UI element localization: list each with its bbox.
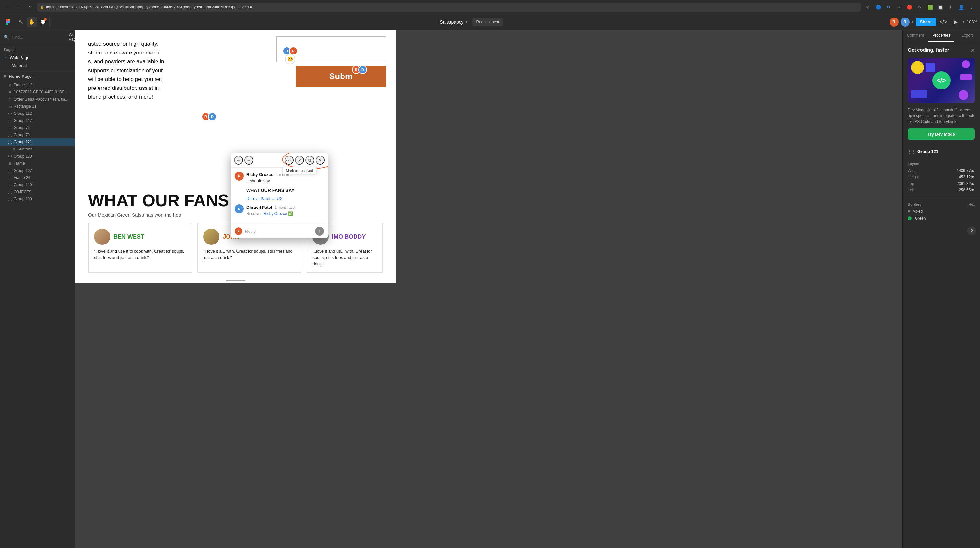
url-text: figma.com/design/t1KXjF73iWFxVvU3HQ7w1u/… bbox=[46, 5, 252, 10]
layer-img[interactable]: ▦ 1C572F12-CBC0-44F0-91DB-... bbox=[0, 89, 75, 96]
mark-resolved-button[interactable]: ✓ bbox=[295, 156, 304, 165]
page-item-webpage[interactable]: ✓ Web Page bbox=[0, 54, 75, 62]
address-bar[interactable]: 🔒 figma.com/design/t1KXjF73iWFxVvU3HQ7w1… bbox=[37, 3, 861, 12]
code-view-button[interactable]: </> bbox=[938, 17, 948, 27]
ext-8[interactable]: ⬇ bbox=[946, 3, 955, 12]
cursor-rd-top: R D bbox=[202, 113, 216, 121]
back-button[interactable]: ← bbox=[4, 3, 12, 11]
home-page-item[interactable]: ⊞ Home Page bbox=[0, 71, 75, 81]
layer-group-122[interactable]: ⋮⋮ Group 122 bbox=[0, 110, 75, 117]
submit-button[interactable]: Subm bbox=[296, 65, 386, 87]
star-button[interactable]: ☆ bbox=[863, 3, 872, 12]
dev-mode-close-button[interactable]: ✕ bbox=[970, 47, 975, 54]
ext-9[interactable]: 👤 bbox=[957, 3, 966, 12]
canvas-area[interactable]: usted source for high quality, sform and… bbox=[75, 30, 902, 548]
sidebar-header: 🔍 Web Page ▾ bbox=[0, 30, 75, 45]
comment-next-button[interactable]: → bbox=[244, 156, 253, 165]
avatar-r2[interactable]: R bbox=[900, 18, 910, 27]
deco-purple-rect bbox=[960, 74, 972, 80]
play-button[interactable]: ▶ bbox=[950, 17, 961, 27]
toolbar-right: R R ▾ Share </> ▶ ▾ 103% bbox=[889, 17, 977, 27]
layer-group-79[interactable]: ⋮⋮ Group 79 bbox=[0, 131, 75, 139]
share-button[interactable]: Share bbox=[915, 18, 936, 26]
height-label: Height bbox=[908, 175, 919, 179]
comment-panel-header: ← → ··· ✓ Mark as resolved ⧉ bbox=[231, 153, 328, 168]
page-selector[interactable]: Web Page ▾ bbox=[69, 32, 75, 41]
tab-properties[interactable]: Properties bbox=[929, 30, 955, 41]
ext-3[interactable]: U bbox=[894, 3, 904, 12]
layer-frame[interactable]: ⊞ Frame bbox=[0, 160, 75, 167]
search-input[interactable] bbox=[12, 35, 66, 40]
borders-header-row: Borders Hex bbox=[908, 202, 975, 206]
copy-link-button[interactable]: ⧉ bbox=[305, 156, 314, 165]
property-width: Width 1489.77px bbox=[908, 168, 975, 173]
avatar-r1[interactable]: R bbox=[889, 18, 899, 27]
ext-1[interactable]: 🔵 bbox=[874, 3, 883, 12]
mark-resolved-tooltip: Mark as resolved bbox=[282, 167, 317, 174]
close-comment-button[interactable]: ✕ bbox=[316, 156, 325, 165]
layer-subtract[interactable]: ⊟ Subtract bbox=[0, 146, 75, 153]
group-indicator-icon: ⋮⋮ bbox=[908, 150, 915, 154]
scroll-indicator bbox=[226, 280, 245, 282]
layer-group-75[interactable]: ⋮⋮ Group 75 bbox=[0, 124, 75, 131]
deco-blue2 bbox=[911, 90, 927, 98]
image-icon: ▦ bbox=[8, 90, 12, 94]
layer-group-119[interactable]: ⋮⋮ Group 119 bbox=[0, 181, 75, 188]
ext-5[interactable]: S bbox=[915, 3, 924, 12]
try-dev-mode-button[interactable]: Try Dev Mode bbox=[908, 128, 975, 140]
layer-objects[interactable]: ⋮⋮ OBJECTS bbox=[0, 188, 75, 196]
play-chevron[interactable]: ▾ bbox=[963, 20, 965, 24]
comment-prev-button[interactable]: ← bbox=[234, 156, 243, 165]
dev-mode-header: Get coding, faster ✕ bbox=[908, 47, 975, 54]
project-name-button[interactable]: Salsapapoy ▾ bbox=[437, 18, 469, 26]
comment-tool[interactable]: 💬 bbox=[38, 17, 48, 27]
ext-2[interactable]: D bbox=[884, 3, 893, 12]
comment-author-1: Richy Orozco bbox=[246, 172, 274, 177]
help-button[interactable]: ? bbox=[967, 226, 976, 236]
select-tool[interactable]: ↖ bbox=[16, 17, 26, 27]
layer-group-107[interactable]: ⋮⋮ Group 107 bbox=[0, 167, 75, 174]
pages-section: Pages ✓ Web Page Material bbox=[0, 45, 75, 71]
sticker-icon: 😊 bbox=[285, 54, 295, 64]
layer-group-120[interactable]: ⋮⋮ Group 120 bbox=[0, 153, 75, 160]
border-green-label: Green bbox=[915, 216, 926, 220]
tab-comment[interactable]: Comment bbox=[902, 30, 929, 41]
comment-menu-button[interactable]: ··· bbox=[285, 156, 294, 165]
reply-avatar: R bbox=[235, 227, 242, 235]
ext-6[interactable]: 🟩 bbox=[926, 3, 935, 12]
request-sent-button[interactable]: Request sent bbox=[473, 18, 503, 26]
forward-button[interactable]: → bbox=[15, 3, 23, 11]
figma-logo[interactable] bbox=[3, 17, 13, 27]
page-item-material[interactable]: Material bbox=[0, 62, 75, 70]
mention-dhruvil: Dhruvil Patel bbox=[246, 196, 270, 201]
more-button[interactable]: ⋮ bbox=[967, 3, 976, 12]
text-block: usted source for high quality, sform and… bbox=[88, 40, 218, 101]
send-reply-button[interactable]: ↑ bbox=[315, 227, 324, 236]
layer-frame-26[interactable]: ||| Frame 26 bbox=[0, 174, 75, 181]
subtract-icon: ⊟ bbox=[12, 147, 16, 151]
layer-order-text[interactable]: T Order Salsa Papoy's fresh, fla... bbox=[0, 96, 75, 103]
ext-4[interactable]: 🔴 bbox=[905, 3, 914, 12]
dev-mode-preview: </> bbox=[908, 58, 975, 103]
layer-group-117[interactable]: ⋮⋮ Group 117 bbox=[0, 117, 75, 124]
layer-group-121[interactable]: ⋮⋮ Group 121 bbox=[0, 139, 75, 146]
comment-content-2: Dhruvil Patel 1 month ago Resolved Richy… bbox=[246, 204, 324, 216]
reply-input[interactable] bbox=[245, 229, 312, 234]
zoom-level[interactable]: 103% bbox=[967, 19, 977, 24]
tab-export[interactable]: Export bbox=[954, 30, 980, 41]
text-line-1: usted source for high quality, bbox=[88, 40, 218, 48]
comment-header-actions: ··· ✓ Mark as resolved ⧉ ✕ bbox=[285, 156, 325, 165]
refresh-button[interactable]: ↻ bbox=[26, 3, 34, 11]
layer-group-100[interactable]: ⋮⋮ Group 100 bbox=[0, 196, 75, 203]
ext-7[interactable]: 🔲 bbox=[936, 3, 945, 12]
hand-tool[interactable]: ✋ bbox=[27, 17, 37, 27]
dev-mode-desc: Dev Mode simplifies handoff, speeds up i… bbox=[908, 107, 975, 124]
deco-purple-circle bbox=[962, 60, 970, 68]
layer-rect-11[interactable]: ▭ Rectangle 11 bbox=[0, 103, 75, 110]
check-icon: ✓ bbox=[4, 56, 7, 60]
layer-frame-112[interactable]: ⊞ Frame 112 bbox=[0, 81, 75, 89]
frame-icon: ⊞ bbox=[8, 83, 12, 87]
dev-mode-title: Get coding, faster bbox=[908, 47, 949, 53]
avatar-more[interactable]: ▾ bbox=[912, 20, 913, 24]
border-mixed-row: ≡ Mixed bbox=[908, 209, 923, 214]
